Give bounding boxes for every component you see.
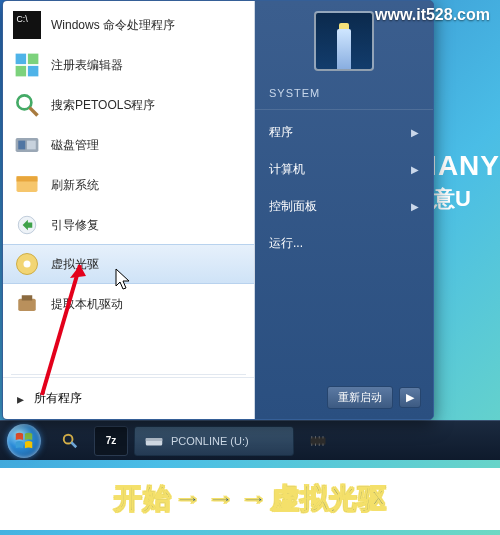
svg-rect-16 bbox=[18, 299, 36, 311]
search-icon bbox=[60, 429, 80, 453]
watermark: www.it528.com bbox=[375, 6, 490, 24]
taskbar-search[interactable] bbox=[52, 426, 88, 456]
drive-icon bbox=[145, 434, 163, 448]
svg-text:C:\: C:\ bbox=[17, 14, 29, 24]
refresh-icon bbox=[13, 171, 41, 199]
menu-item-boot-repair[interactable]: 引导修复 bbox=[3, 205, 254, 245]
virtual-drive-icon bbox=[13, 250, 41, 278]
taskbar-7zip[interactable]: 7z bbox=[94, 426, 128, 456]
right-item-label: 控制面板 bbox=[269, 198, 317, 215]
restart-button[interactable]: 重新启动 bbox=[327, 386, 393, 409]
start-menu: C:\ Windows 命令处理程序 注册表编辑器 搜索PETOOLS程序 磁盘… bbox=[2, 0, 434, 420]
start-menu-left: C:\ Windows 命令处理程序 注册表编辑器 搜索PETOOLS程序 磁盘… bbox=[3, 1, 255, 419]
menu-item-label: 刷新系统 bbox=[51, 177, 99, 194]
chevron-right-icon: ▸ bbox=[17, 391, 24, 407]
chevron-right-icon: ▶ bbox=[411, 164, 419, 175]
right-item-computer[interactable]: 计算机 ▶ bbox=[255, 151, 433, 188]
windows-logo-icon bbox=[13, 430, 35, 452]
taskbar-chip[interactable] bbox=[300, 426, 336, 456]
boot-repair-icon bbox=[13, 211, 41, 239]
svg-line-21 bbox=[71, 442, 76, 447]
caption: 开始 → → → 虚拟光驱 bbox=[0, 468, 500, 530]
svg-rect-23 bbox=[146, 438, 163, 441]
svg-rect-9 bbox=[18, 141, 25, 150]
svg-rect-12 bbox=[17, 176, 38, 181]
caption-part2: 虚拟光驱 bbox=[271, 480, 387, 518]
menu-item-cmd[interactable]: C:\ Windows 命令处理程序 bbox=[3, 5, 254, 45]
arrow-icon: → bbox=[174, 483, 203, 515]
taskbar: 7z PCONLINE (U:) bbox=[0, 420, 500, 460]
search-icon bbox=[13, 91, 41, 119]
cmd-icon: C:\ bbox=[13, 11, 41, 39]
restart-options-button[interactable]: ▶ bbox=[399, 387, 421, 408]
menu-item-label: 提取本机驱动 bbox=[51, 296, 123, 313]
chip-icon bbox=[308, 432, 328, 450]
chevron-right-icon: ▶ bbox=[406, 391, 414, 403]
svg-line-7 bbox=[30, 108, 38, 116]
svg-rect-3 bbox=[28, 54, 39, 65]
arrow-icon: → bbox=[240, 483, 269, 515]
menu-item-label: 虚拟光驱 bbox=[51, 256, 99, 273]
menu-item-label: 引导修复 bbox=[51, 217, 99, 234]
svg-point-20 bbox=[64, 434, 73, 443]
menu-item-search-petools[interactable]: 搜索PETOOLS程序 bbox=[3, 85, 254, 125]
svg-rect-17 bbox=[22, 295, 33, 300]
right-item-programs[interactable]: 程序 ▶ bbox=[255, 114, 433, 151]
right-item-label: 计算机 bbox=[269, 161, 305, 178]
all-programs[interactable]: ▸ 所有程序 bbox=[3, 372, 254, 419]
taskbar-drive-label: PCONLINE (U:) bbox=[171, 435, 249, 447]
system-label: SYSTEM bbox=[255, 81, 433, 110]
svg-rect-5 bbox=[28, 66, 39, 77]
user-picture[interactable] bbox=[314, 11, 374, 71]
all-programs-label: 所有程序 bbox=[34, 390, 82, 407]
svg-rect-4 bbox=[16, 66, 27, 77]
extract-driver-icon bbox=[13, 290, 41, 318]
chevron-right-icon: ▶ bbox=[411, 127, 419, 138]
regedit-icon bbox=[13, 51, 41, 79]
menu-item-label: 注册表编辑器 bbox=[51, 57, 123, 74]
chevron-right-icon: ▶ bbox=[411, 201, 419, 212]
menu-item-label: 搜索PETOOLS程序 bbox=[51, 97, 155, 114]
arrow-icon: → bbox=[207, 483, 236, 515]
right-item-run[interactable]: 运行... bbox=[255, 225, 433, 262]
svg-point-15 bbox=[24, 261, 31, 268]
right-item-label: 运行... bbox=[269, 235, 303, 252]
taskbar-drive[interactable]: PCONLINE (U:) bbox=[134, 426, 294, 456]
caption-part1: 开始 bbox=[114, 480, 172, 518]
svg-rect-2 bbox=[16, 54, 27, 65]
svg-rect-10 bbox=[27, 141, 36, 150]
disk-mgmt-icon bbox=[13, 131, 41, 159]
svg-point-6 bbox=[17, 95, 31, 109]
mouse-cursor bbox=[115, 268, 133, 292]
divider bbox=[11, 374, 246, 375]
taskbar-7zip-label: 7z bbox=[106, 435, 117, 446]
menu-item-regedit[interactable]: 注册表编辑器 bbox=[3, 45, 254, 85]
start-menu-right: SYSTEM 程序 ▶ 计算机 ▶ 控制面板 ▶ 运行... 重新启动 ▶ bbox=[255, 1, 433, 419]
menu-item-disk-mgmt[interactable]: 磁盘管理 bbox=[3, 125, 254, 165]
menu-item-label: 磁盘管理 bbox=[51, 137, 99, 154]
start-button[interactable] bbox=[2, 421, 46, 461]
right-item-control-panel[interactable]: 控制面板 ▶ bbox=[255, 188, 433, 225]
right-item-label: 程序 bbox=[269, 124, 293, 141]
menu-item-refresh[interactable]: 刷新系统 bbox=[3, 165, 254, 205]
menu-item-label: Windows 命令处理程序 bbox=[51, 17, 175, 34]
